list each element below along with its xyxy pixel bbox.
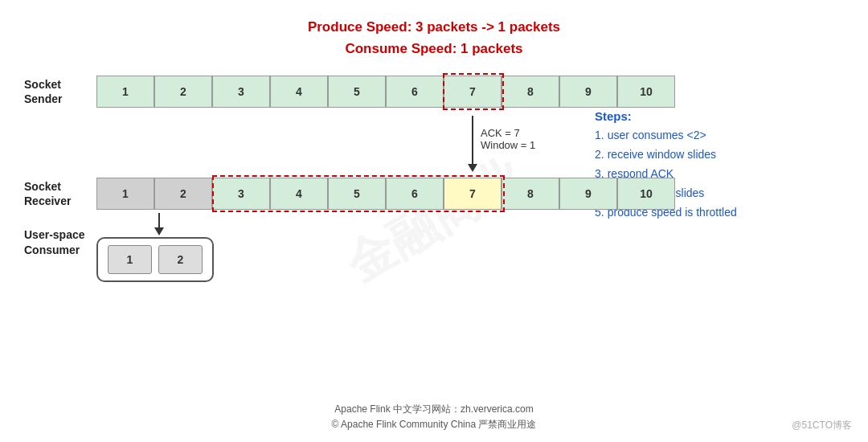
consumer-row: User-space Consumer 12 (24, 213, 844, 282)
produce-speed-label: Produce Speed: 3 packets -> 1 packets (24, 16, 844, 38)
watermark: @51CTO博客 (792, 419, 852, 432)
step-2: 2.receive window slides (595, 145, 737, 165)
sender-packet-10: 10 (617, 76, 675, 108)
header-section: Produce Speed: 3 packets -> 1 packets Co… (24, 16, 844, 59)
consumer-label: User-space Consumer (24, 213, 96, 256)
sender-packet-8: 8 (502, 76, 559, 108)
consumer-box: 12 (96, 237, 214, 282)
consumer-packet-2: 2 (158, 245, 203, 274)
sender-packet-4: 4 (270, 76, 328, 108)
receiver-dashed-highlight (212, 175, 505, 212)
receiver-packet-10: 10 (617, 178, 675, 210)
sender-dashed-highlight (443, 73, 504, 110)
receiver-packet-9: 9 (559, 178, 617, 210)
receiver-packet-2: 2 (154, 178, 212, 210)
footer-text: Apache Flink 中文学习网站：zh.ververica.com © A… (332, 402, 537, 432)
receiver-label: Socket Receiver (24, 179, 96, 208)
sender-packet-2: 2 (154, 76, 212, 108)
ack-label: ACK = 7 Window = 1 (481, 127, 535, 151)
consumer-packet-1: 1 (108, 245, 152, 274)
ack-arrow (468, 116, 477, 172)
sender-packet-5: 5 (328, 76, 386, 108)
receiver-packet-1: 1 (96, 178, 154, 210)
consume-speed-label: Consume Speed: 1 packets (24, 38, 844, 59)
sender-packet-6: 6 (386, 76, 444, 108)
consumer-arrow (154, 213, 164, 235)
sender-packet-1: 1 (96, 76, 154, 108)
sender-row: Socket Sender 12345678910 (24, 76, 844, 108)
sender-label: Socket Sender (24, 77, 96, 106)
sender-packets-wrapper: 12345678910 (96, 76, 675, 108)
sender-packet-3: 3 (212, 76, 270, 108)
sender-packet-9: 9 (559, 76, 617, 108)
step-1: 1.user consumes <2> (595, 126, 737, 145)
receiver-packet-8: 8 (502, 178, 559, 210)
middle-section: ACK = 7 Window = 1 Steps: 1.user consume… (96, 109, 844, 178)
